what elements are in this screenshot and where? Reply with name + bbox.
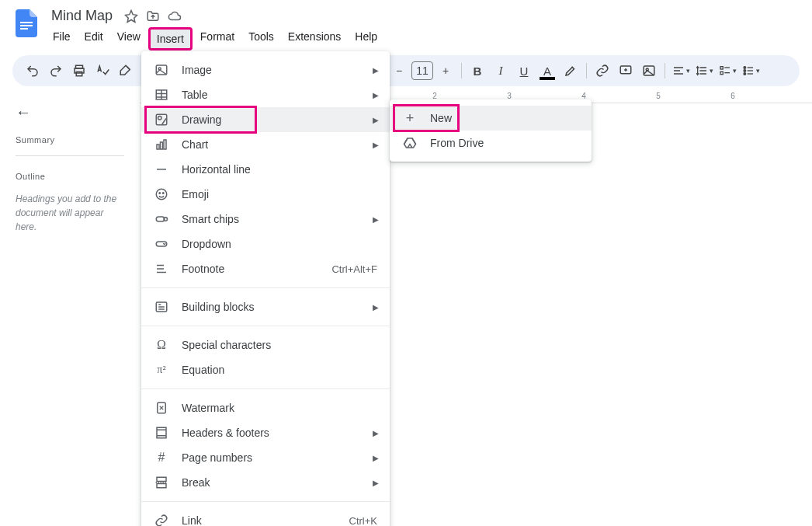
insert-emoji-item[interactable]: Emoji (141, 182, 390, 207)
bold-button[interactable]: B (467, 60, 488, 82)
menu-label: New (430, 112, 452, 124)
font-size-input[interactable]: 11 (411, 61, 433, 80)
chevron-right-icon: ▶ (373, 479, 379, 487)
link-icon (154, 513, 169, 526)
menu-label: Table (182, 89, 207, 101)
svg-rect-32 (157, 484, 166, 488)
drive-icon (402, 135, 418, 151)
image-icon (154, 62, 169, 78)
underline-button[interactable]: U (513, 60, 535, 82)
line-spacing-button[interactable] (693, 60, 715, 82)
dropdown-icon (154, 236, 169, 252)
svg-rect-9 (720, 67, 723, 69)
align-button[interactable] (670, 60, 692, 82)
menu-format[interactable]: Format (194, 27, 241, 51)
docs-logo-icon[interactable] (12, 9, 40, 37)
chevron-right-icon: ▶ (373, 66, 379, 75)
insert-horizontal-line-item[interactable]: Horizontal line (141, 157, 390, 182)
svg-rect-19 (157, 145, 159, 149)
menu-insert[interactable]: Insert (148, 27, 193, 51)
menu-tools[interactable]: Tools (242, 27, 280, 51)
insert-link-item[interactable]: Link Ctrl+K (141, 508, 390, 526)
menu-label: Emoji (182, 188, 209, 200)
spellcheck-button[interactable] (92, 60, 113, 82)
menu-label: Building blocks (182, 301, 254, 313)
menu-label: Page numbers (182, 451, 252, 464)
menu-file[interactable]: File (47, 27, 77, 51)
menu-label: Smart chips (182, 213, 239, 225)
cloud-status-icon[interactable] (167, 9, 182, 24)
chevron-right-icon: ▶ (373, 454, 379, 462)
insert-dropdown-item[interactable]: Dropdown (141, 232, 390, 256)
menu-label: Headers & footers (182, 427, 269, 439)
svg-rect-2 (20, 28, 28, 30)
checklist-button[interactable] (717, 60, 738, 82)
insert-building-blocks-item[interactable]: Building blocks ▶ (141, 294, 390, 319)
text-color-button[interactable]: A (536, 60, 558, 82)
collapse-outline-icon[interactable]: ← (16, 103, 124, 121)
insert-watermark-item[interactable]: Watermark (141, 395, 390, 420)
menu-label: Chart (182, 138, 208, 151)
drawing-from-drive-item[interactable]: From Drive (390, 131, 592, 155)
svg-rect-25 (156, 217, 165, 221)
svg-point-18 (158, 117, 162, 120)
print-button[interactable] (68, 60, 90, 82)
menu-label: Equation (182, 364, 224, 376)
insert-equation-item[interactable]: π² Equation (141, 357, 390, 382)
highlight-button[interactable] (560, 60, 581, 82)
chevron-right-icon: ▶ (373, 141, 379, 149)
insert-smart-chips-item[interactable]: Smart chips ▶ (141, 207, 390, 232)
star-icon[interactable] (123, 9, 139, 24)
svg-rect-20 (161, 142, 163, 149)
insert-image-button[interactable] (638, 60, 660, 82)
redo-button[interactable] (45, 60, 67, 82)
italic-button[interactable]: I (490, 60, 512, 82)
insert-table-item[interactable]: Table ▶ (141, 82, 390, 107)
insert-break-item[interactable]: Break ▶ (141, 470, 390, 495)
font-size-decrease[interactable]: − (388, 60, 410, 82)
menu-label: Image (182, 64, 212, 76)
menu-extensions[interactable]: Extensions (282, 27, 347, 51)
add-comment-button[interactable] (615, 60, 637, 82)
summary-heading: Summary (16, 135, 124, 145)
paint-format-button[interactable] (115, 60, 137, 82)
undo-button[interactable] (22, 60, 43, 82)
hash-icon: # (154, 450, 169, 465)
svg-point-13 (744, 73, 746, 75)
move-icon[interactable] (145, 9, 161, 24)
toolbar: − 11 + B I U A (12, 55, 800, 86)
insert-link-button[interactable] (592, 60, 613, 82)
insert-footnote-item[interactable]: Footnote Ctrl+Alt+F (141, 256, 390, 281)
break-icon (154, 475, 169, 490)
insert-drawing-item[interactable]: Drawing ▶ (141, 107, 390, 132)
insert-special-characters-item[interactable]: Ω Special characters (141, 333, 390, 357)
menu-help[interactable]: Help (349, 27, 383, 51)
font-size-increase[interactable]: + (435, 60, 456, 82)
drawing-icon (154, 112, 169, 127)
drawing-submenu: + New From Drive (390, 99, 592, 162)
menu-label: Horizontal line (182, 163, 251, 176)
outline-heading: Outline (16, 172, 124, 181)
insert-chart-item[interactable]: Chart ▶ (141, 132, 390, 157)
menu-label: Watermark (182, 402, 234, 414)
outline-sidebar: ← Summary Outline Headings you add to th… (0, 91, 140, 526)
menu-edit[interactable]: Edit (78, 27, 109, 51)
emoji-icon (154, 186, 169, 202)
chevron-right-icon: ▶ (373, 116, 379, 124)
insert-page-numbers-item[interactable]: # Page numbers ▶ (141, 445, 390, 470)
bulleted-list-button[interactable] (740, 60, 762, 82)
chevron-right-icon: ▶ (373, 429, 379, 437)
document-title[interactable]: Mind Map (47, 6, 117, 26)
svg-point-23 (159, 193, 161, 194)
insert-image-item[interactable]: Image ▶ (141, 57, 390, 82)
plus-icon: + (402, 110, 418, 126)
svg-point-12 (744, 70, 746, 72)
svg-rect-10 (720, 71, 723, 74)
drawing-new-item[interactable]: + New (390, 106, 592, 131)
smart-chips-icon (154, 211, 169, 227)
svg-point-26 (164, 218, 168, 221)
menu-view[interactable]: View (111, 27, 147, 51)
svg-rect-30 (157, 427, 166, 438)
insert-headers-footers-item[interactable]: Headers & footers ▶ (141, 420, 390, 445)
chevron-right-icon: ▶ (373, 91, 379, 99)
